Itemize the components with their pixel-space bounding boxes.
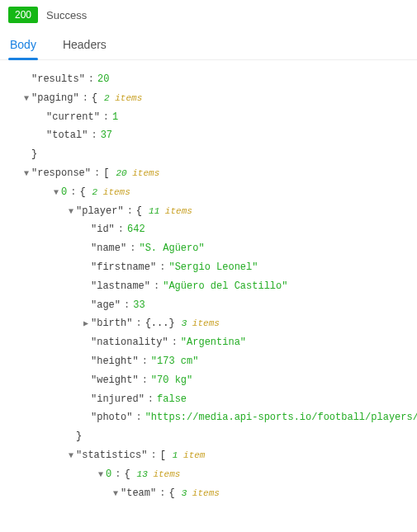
caret-down-icon[interactable]: ▼ xyxy=(66,204,76,219)
caret-down-icon[interactable]: ▼ xyxy=(96,467,106,483)
json-key: team xyxy=(121,484,156,503)
response-tabs: Body Headers xyxy=(0,28,417,60)
tab-body[interactable]: Body xyxy=(8,33,38,59)
json-value: 173 cm xyxy=(151,352,199,371)
json-row-firstname[interactable]: firstname : Sergio Leonel xyxy=(7,258,410,277)
json-value: S. Agüero xyxy=(139,239,204,258)
json-row-birth[interactable]: ▶ birth : {...} 3 items xyxy=(7,314,410,333)
json-row-statistics-0[interactable]: ▼ 0 : { 13 items xyxy=(7,465,410,484)
json-key: response xyxy=(31,164,91,183)
json-key-index: 0 xyxy=(61,183,67,202)
json-key: firstname xyxy=(91,258,156,277)
json-row-paging[interactable]: ▼ paging : { 2 items xyxy=(7,89,410,108)
item-count: 3 items xyxy=(175,485,220,502)
json-row-name[interactable]: name : S. Agüero xyxy=(7,239,410,258)
json-row-nationality[interactable]: nationality : Argentina xyxy=(7,333,410,352)
json-row-paging-total[interactable]: total : 37 xyxy=(7,126,410,145)
caret-down-icon[interactable]: ▼ xyxy=(111,486,121,501)
response-header: 200 Success xyxy=(0,0,417,28)
caret-down-icon[interactable]: ▼ xyxy=(66,448,76,464)
item-count: 1 item xyxy=(166,447,206,464)
json-key: photo xyxy=(91,408,132,427)
json-value: Sergio Leonel xyxy=(168,258,258,277)
json-tree: results : 20 ▼ paging : { 2 items curren… xyxy=(0,60,417,512)
json-key: statistics xyxy=(76,446,147,465)
caret-right-icon[interactable]: ▶ xyxy=(81,316,91,332)
json-key: age xyxy=(91,296,121,315)
json-key: lastname xyxy=(91,277,150,296)
status-code-badge: 200 xyxy=(8,7,38,23)
json-key: height xyxy=(91,352,139,371)
json-row-player[interactable]: ▼ player : { 11 items xyxy=(7,202,410,221)
json-row-response[interactable]: ▼ response : [ 20 items xyxy=(7,164,410,183)
json-row-paging-close: } xyxy=(7,145,410,164)
json-key: name xyxy=(91,239,126,258)
json-row-statistics[interactable]: ▼ statistics : [ 1 item xyxy=(7,446,410,465)
json-value: Argentina xyxy=(181,333,246,352)
json-key: current xyxy=(46,108,100,127)
json-key: birth xyxy=(91,314,132,333)
caret-down-icon[interactable]: ▼ xyxy=(21,91,31,106)
json-value: 70 kg xyxy=(151,371,192,390)
json-row-photo[interactable]: photo : https://media.api-sports.io/foot… xyxy=(7,408,410,427)
caret-down-icon[interactable]: ▼ xyxy=(51,185,61,200)
json-value: 33 xyxy=(133,296,145,315)
json-row-paging-current[interactable]: current : 1 xyxy=(7,108,410,127)
item-count: 20 items xyxy=(109,165,159,182)
json-row-lastname[interactable]: lastname : Agüero del Castillo xyxy=(7,277,410,296)
json-row-team[interactable]: ▼ team : { 3 items xyxy=(7,484,410,503)
json-row-response-0[interactable]: ▼ 0 : { 2 items xyxy=(7,183,410,202)
json-row-age[interactable]: age : 33 xyxy=(7,296,410,315)
json-value: 642 xyxy=(127,220,145,239)
json-row-height[interactable]: height : 173 cm xyxy=(7,352,410,371)
json-row-results[interactable]: results : 20 xyxy=(7,70,410,89)
json-key: paging xyxy=(31,89,79,108)
json-key: player xyxy=(76,202,124,221)
tab-headers[interactable]: Headers xyxy=(61,33,108,59)
json-key: weight xyxy=(91,371,139,390)
json-row-player-close: } xyxy=(7,427,410,446)
json-row-injured[interactable]: injured : false xyxy=(7,390,410,409)
json-value: https://media.api-sports.io/football/pla… xyxy=(145,408,417,427)
item-count: 11 items xyxy=(142,203,192,220)
json-key: results xyxy=(31,70,85,89)
status-text: Success xyxy=(46,9,87,21)
json-value: 37 xyxy=(101,126,112,145)
json-value: false xyxy=(157,390,187,409)
json-key: nationality xyxy=(91,333,168,352)
json-row-weight[interactable]: weight : 70 kg xyxy=(7,371,410,390)
json-key: injured xyxy=(91,390,145,409)
caret-down-icon[interactable]: ▼ xyxy=(21,166,31,181)
json-value: 20 xyxy=(97,70,109,89)
item-count: 2 items xyxy=(97,90,142,107)
json-value: Agüero del Castillo xyxy=(163,277,287,296)
item-count: 2 items xyxy=(86,184,130,201)
item-count: 3 items xyxy=(175,315,220,332)
json-row-id[interactable]: id : 642 xyxy=(7,220,410,239)
json-key: total xyxy=(46,126,88,145)
item-count: 13 items xyxy=(130,466,181,483)
json-value: 1 xyxy=(112,108,118,127)
json-key: id xyxy=(91,220,115,239)
json-key-index: 0 xyxy=(106,465,111,484)
